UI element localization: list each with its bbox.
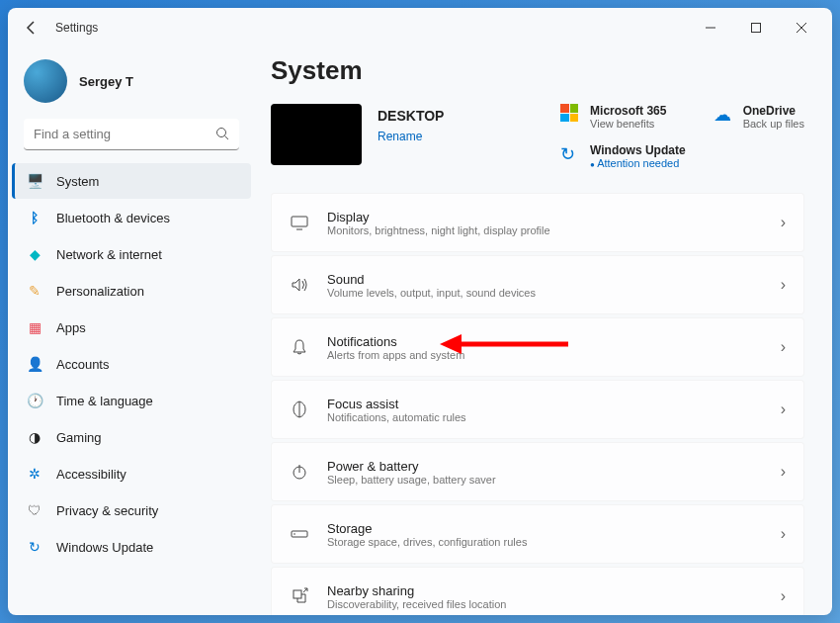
close-button[interactable] <box>779 12 824 44</box>
device-card: DESKTOP Rename <box>271 104 444 169</box>
back-button[interactable] <box>16 12 47 44</box>
search-icon <box>215 127 229 144</box>
power-icon <box>290 462 309 482</box>
nav-label: Accounts <box>56 357 109 372</box>
accessibility-icon: ✲ <box>27 466 42 482</box>
promo-title: OneDrive <box>743 104 804 118</box>
onedrive-icon: ☁ <box>714 104 733 124</box>
apps-icon: ▦ <box>27 319 42 335</box>
setting-sub: Notifications, automatic rules <box>327 411 763 423</box>
user-row[interactable]: Sergey T <box>8 55 255 119</box>
setting-title: Display <box>327 210 763 224</box>
sidebar-item-privacy[interactable]: 🛡Privacy & security <box>12 492 251 528</box>
system-icon: 🖥️ <box>27 173 42 189</box>
nav-label: Windows Update <box>56 540 153 555</box>
promo-sub: Attention needed <box>590 157 686 169</box>
sidebar-item-system[interactable]: 🖥️System <box>12 163 251 199</box>
setting-title: Nearby sharing <box>327 583 763 598</box>
promo-onedrive[interactable]: ☁ OneDriveBack up files <box>714 104 804 169</box>
sidebar-item-accounts[interactable]: 👤Accounts <box>12 346 251 382</box>
setting-list: DisplayMonitors, brightness, night light… <box>271 193 804 615</box>
network-icon: ◆ <box>27 246 42 262</box>
nav-label: Bluetooth & devices <box>56 211 170 225</box>
nav-label: Apps <box>56 320 86 335</box>
setting-sub: Alerts from apps and system <box>327 349 763 361</box>
setting-storage[interactable]: StorageStorage space, drives, configurat… <box>271 504 804 564</box>
update-icon: ↻ <box>27 539 42 555</box>
chevron-right-icon: › <box>781 400 786 418</box>
svg-point-9 <box>294 533 295 535</box>
promo-title: Windows Update <box>590 143 686 157</box>
device-info: DESKTOP Rename <box>378 104 444 143</box>
sidebar-item-update[interactable]: ↻Windows Update <box>12 529 251 565</box>
storage-icon <box>290 524 309 544</box>
chevron-right-icon: › <box>781 338 786 356</box>
nav-label: Network & internet <box>56 247 162 262</box>
setting-title: Power & battery <box>327 459 763 474</box>
device-thumbnail <box>271 104 362 165</box>
minimize-button[interactable] <box>688 12 733 44</box>
bluetooth-icon: ᛒ <box>27 210 42 225</box>
sidebar-item-personalization[interactable]: ✎Personalization <box>12 273 251 309</box>
sound-icon <box>290 275 309 295</box>
sidebar-item-bluetooth[interactable]: ᛒBluetooth & devices <box>12 200 251 235</box>
nav-label: Privacy & security <box>56 503 158 518</box>
setting-power[interactable]: Power & batterySleep, battery usage, bat… <box>271 442 804 501</box>
promo-title: Microsoft 365 <box>590 104 666 118</box>
promo-update[interactable]: ↻ Windows UpdateAttention needed <box>560 143 686 169</box>
search-wrap <box>24 119 239 150</box>
setting-sub: Discoverability, received files location <box>327 598 763 610</box>
window-controls <box>688 12 824 44</box>
svg-rect-1 <box>752 24 761 33</box>
nav-label: System <box>56 174 99 189</box>
svg-line-3 <box>225 136 229 140</box>
gaming-icon: ◑ <box>27 429 42 445</box>
promo-ms365[interactable]: Microsoft 365View benefits <box>560 104 686 130</box>
chevron-right-icon: › <box>781 463 786 481</box>
maximize-button[interactable] <box>733 12 779 44</box>
chevron-right-icon: › <box>781 214 786 231</box>
setting-title: Notifications <box>327 334 763 349</box>
nav-list: 🖥️System ᛒBluetooth & devices ◆Network &… <box>8 162 255 566</box>
svg-point-2 <box>217 129 226 137</box>
setting-sound[interactable]: SoundVolume levels, output, input, sound… <box>271 255 804 314</box>
setting-nearby[interactable]: Nearby sharingDiscoverability, received … <box>271 567 804 615</box>
setting-sub: Sleep, battery usage, battery saver <box>327 474 763 486</box>
nav-label: Accessibility <box>56 467 126 482</box>
search-input[interactable] <box>24 119 239 150</box>
setting-sub: Storage space, drives, configuration rul… <box>327 536 763 548</box>
titlebar: Settings <box>8 8 832 47</box>
promo-sub: Back up files <box>743 118 804 130</box>
window-title: Settings <box>55 21 98 35</box>
sidebar-item-network[interactable]: ◆Network & internet <box>12 236 251 272</box>
sidebar-item-gaming[interactable]: ◑Gaming <box>12 419 251 455</box>
setting-focus[interactable]: Focus assistNotifications, automatic rul… <box>271 380 804 439</box>
accounts-icon: 👤 <box>27 356 42 372</box>
promo-sub: View benefits <box>590 118 666 130</box>
svg-rect-10 <box>294 590 301 598</box>
user-name: Sergey T <box>79 74 133 89</box>
setting-notifications[interactable]: NotificationsAlerts from apps and system… <box>271 317 804 377</box>
setting-sub: Volume levels, output, input, sound devi… <box>327 287 763 299</box>
body: Sergey T 🖥️System ᛒBluetooth & devices ◆… <box>8 47 832 615</box>
setting-title: Sound <box>327 272 763 287</box>
display-icon <box>290 213 309 232</box>
focus-icon <box>290 400 309 419</box>
device-name: DESKTOP <box>378 108 444 124</box>
promo-cards: Microsoft 365View benefits ↻ Windows Upd… <box>560 104 804 169</box>
privacy-icon: 🛡 <box>27 502 42 518</box>
ms365-icon <box>560 104 580 124</box>
setting-display[interactable]: DisplayMonitors, brightness, night light… <box>271 193 804 252</box>
windows-update-icon: ↻ <box>560 143 580 163</box>
rename-link[interactable]: Rename <box>378 130 444 143</box>
page-title: System <box>271 55 804 86</box>
nav-label: Time & language <box>56 394 153 408</box>
sidebar: Sergey T 🖥️System ᛒBluetooth & devices ◆… <box>8 47 255 615</box>
sidebar-item-apps[interactable]: ▦Apps <box>12 310 251 345</box>
sidebar-item-time[interactable]: 🕐Time & language <box>12 383 251 418</box>
chevron-right-icon: › <box>781 587 786 605</box>
notifications-icon <box>290 337 309 357</box>
chevron-right-icon: › <box>781 525 786 543</box>
sidebar-item-accessibility[interactable]: ✲Accessibility <box>12 456 251 491</box>
nav-label: Gaming <box>56 430 102 445</box>
